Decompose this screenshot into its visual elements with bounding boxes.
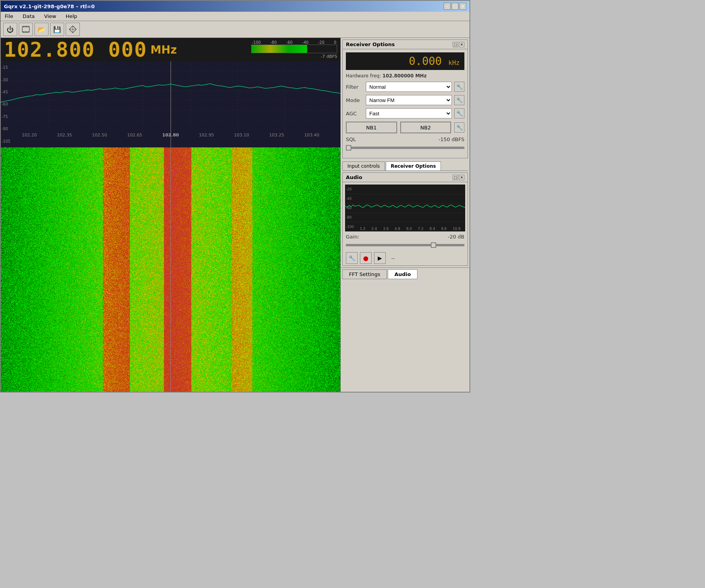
frequency-display: 102.800 000 [4,38,147,61]
audio-y-label: -100 [346,225,354,229]
maximize-button[interactable]: □ [451,3,459,10]
minimize-button[interactable]: ─ [444,3,451,10]
open-button[interactable]: 📂 [34,23,49,36]
filter-wrench-button[interactable]: 🔧 [454,82,464,92]
network-button[interactable] [66,23,80,36]
audio-play-button[interactable]: ▶ [374,252,386,264]
audio-y-labels: -20 -40 -60 -80 -100 [346,185,354,231]
filter-row: Filter Normal Wide Narrow User 🔧 [346,82,464,92]
power-button[interactable]: ⏻ [3,23,17,36]
audio-record-button[interactable]: ● [360,252,372,264]
mode-select[interactable]: Narrow FM Wide FM AM LSB USB CW [366,95,452,105]
sql-row: SQL -150 dBFS [346,136,464,142]
scale-label: -40 [302,40,308,45]
agc-select[interactable]: Fast Medium Slow Off [366,108,452,118]
svg-rect-0 [22,27,29,32]
scale-label: -60 [286,40,293,45]
tab-receiver-options[interactable]: Receiver Options [386,161,441,170]
agc-row: AGC Fast Medium Slow Off 🔧 [346,108,464,118]
audio-x-labels: 1.2 2.4 3.6 4.8 6.0 7.2 8.4 9.6 10.8 [357,227,464,231]
svg-rect-1 [23,26,24,27]
freq-axis: 102.20 102.35 102.50 102.65 102.80 102.9… [1,132,340,138]
freq-display: 102.800 000 MHz -100 -80 -60 -40 -20 0 -… [1,38,340,61]
tab-audio[interactable]: Audio [388,269,417,279]
hw-freq-value: 102.800000 MHz [383,73,427,79]
freq-label: 102.65 [127,133,142,138]
sql-value: -150 dBFS [439,136,464,142]
mode-wrench-button[interactable]: 🔧 [454,95,464,105]
signal-bar-container [251,45,337,53]
audio-title: Audio [346,174,362,180]
mode-row: Mode Narrow FM Wide FM AM LSB USB CW 🔧 [346,95,464,105]
freq-label: 102.35 [57,133,72,138]
receiver-options-title: Receiver Options [346,41,395,47]
close-panel-button[interactable]: ✕ [459,42,464,47]
audio-x-label: 2.4 [371,227,377,231]
close-button[interactable]: ✕ [459,3,466,10]
scale-label: -80 [270,40,277,45]
scale-label: -100 [252,40,261,45]
dbfs-label: -7 dBFS [321,54,337,59]
audio-close-button[interactable]: ✕ [459,175,464,180]
audio-x-label: 7.2 [418,227,423,231]
audio-x-label: 10.8 [453,227,460,231]
gain-slider[interactable] [346,244,464,246]
freq-offset-display: 0.000 kHz [346,52,464,70]
agc-wrench-button[interactable]: 🔧 [454,108,464,118]
save-button[interactable]: 💾 [50,23,64,36]
audio-x-label: 3.6 [383,227,388,231]
svg-rect-6 [25,31,25,33]
gain-row: Gain: -20 dB [343,234,468,240]
nb1-button[interactable]: NB1 [346,122,397,133]
memory-button[interactable] [19,23,33,36]
tab-fft-settings[interactable]: FFT Settings [342,269,387,279]
title-buttons: ─ □ ✕ [444,3,466,10]
menu-file[interactable]: File [3,13,15,20]
audio-x-label: 4.8 [395,227,400,231]
tabs-row: Input controls Receiver Options [342,161,468,171]
audio-header: Audio □ ✕ [343,173,468,182]
nb2-button[interactable]: NB2 [400,122,451,133]
freq-offset-unit: kHz [448,59,460,66]
signal-meter: -100 -80 -60 -40 -20 0 -7 dBFS [251,40,337,59]
menu-bar: File Data View Help [1,12,469,21]
audio-filename: -- [391,255,395,261]
bottom-tabs: FFT Settings Audio [341,267,469,281]
waterfall-canvas [1,147,340,392]
nb-wrench-button[interactable]: 🔧 [454,122,464,133]
spectrum-svg [1,61,340,132]
receiver-options-header: Receiver Options □ ✕ [343,40,468,49]
audio-x-label: 6.0 [406,227,412,231]
scale-label: 0 [334,40,336,45]
filter-label: Filter [346,84,363,90]
freq-label-center: 102.80 [162,133,179,138]
right-panel: Receiver Options □ ✕ 0.000 kHz Hardware … [340,38,469,392]
sql-slider[interactable] [346,147,464,149]
tab-input-controls[interactable]: Input controls [342,161,385,170]
audio-settings-button[interactable]: 🔧 [346,252,358,264]
spectrum-area[interactable]: -15 -30 -45 -60 -75 -90 -105 [1,61,340,147]
filter-select[interactable]: Normal Wide Narrow User [366,82,452,92]
menu-view[interactable]: View [43,13,58,20]
audio-y-label: -40 [346,197,354,201]
waterfall[interactable] [1,147,340,392]
svg-rect-8 [28,31,29,33]
agc-label: AGC [346,111,363,117]
main-window: Gqrx v2.1-git-298-g0e78 – rtl=0 ─ □ ✕ Fi… [0,0,470,393]
toolbar: ⏻ 📂 💾 [1,21,469,38]
svg-rect-7 [26,31,27,33]
freq-label: 103.25 [269,133,284,138]
restore-button[interactable]: □ [453,42,458,47]
audio-restore-button[interactable]: □ [453,175,458,180]
svg-rect-3 [26,26,27,27]
menu-help[interactable]: Help [64,13,79,20]
audio-spectrum-svg [345,185,465,231]
audio-x-label: 8.4 [430,227,435,231]
scale-label: -20 [318,40,324,45]
menu-data[interactable]: Data [21,13,36,20]
svg-rect-5 [23,31,24,33]
sql-slider-container [346,144,464,152]
left-panel: 102.800 000 MHz -100 -80 -60 -40 -20 0 -… [1,38,340,392]
audio-header-buttons: □ ✕ [453,175,464,180]
title-bar: Gqrx v2.1-git-298-g0e78 – rtl=0 ─ □ ✕ [1,1,469,12]
